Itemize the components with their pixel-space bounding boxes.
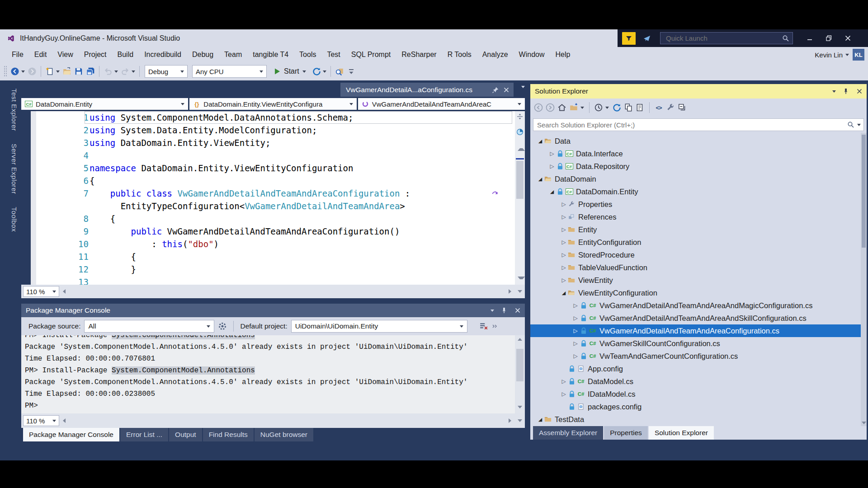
search-icon[interactable]	[847, 121, 854, 128]
code-line[interactable]: 2using System.Data.Entity.ModelConfigura…	[21, 124, 514, 136]
tree-collapsed-icon[interactable]: ▷	[560, 252, 567, 258]
show-all-files-button[interactable]	[568, 101, 579, 114]
tree-item-packages-config[interactable]: packages.config	[530, 400, 861, 413]
close-icon[interactable]	[514, 307, 521, 314]
menu-resharper[interactable]: ReSharper	[396, 47, 442, 62]
tree-item-datadomain-entity[interactable]: ◢C#DataDomain.Entity	[530, 185, 861, 198]
avatar[interactable]: KL	[853, 49, 864, 61]
tree-item-app-config[interactable]: App.config	[530, 362, 861, 375]
menu-view[interactable]: View	[52, 47, 78, 62]
clear-console-button[interactable]	[478, 320, 489, 333]
tree-item-entity[interactable]: ▷Entity	[530, 223, 861, 236]
se-refresh-button[interactable]	[611, 101, 622, 114]
left-tab-test-explorer[interactable]: Test Explorer	[0, 84, 18, 136]
scrollbar-thumb[interactable]	[516, 349, 524, 381]
solution-search-box[interactable]	[533, 118, 864, 131]
vscroll-corner-down[interactable]	[515, 415, 525, 426]
scroll-up-icon[interactable]	[518, 148, 525, 151]
hscroll-left-button[interactable]	[59, 415, 69, 426]
tree-vertical-scrollbar[interactable]	[861, 133, 867, 426]
code-line[interactable]: 10 : this("dbo")	[21, 238, 514, 250]
code-line[interactable]: 12 }	[21, 263, 514, 276]
panel-tab-package-manager-console[interactable]: Package Manager Console	[23, 428, 119, 441]
pmc-toolbar-overflow[interactable]	[489, 320, 500, 333]
wrench-button[interactable]	[665, 101, 676, 114]
tree-collapsed-icon[interactable]: ▷	[560, 277, 567, 283]
open-file-button[interactable]	[61, 65, 73, 78]
panel-tab-properties[interactable]: Properties	[604, 426, 648, 440]
resharper-marker-icon[interactable]	[491, 189, 499, 197]
code-editor[interactable]: 1using System.ComponentModel.DataAnnotat…	[21, 111, 525, 285]
hscroll-right-button[interactable]	[505, 415, 515, 426]
chevron-down-icon[interactable]	[323, 70, 326, 73]
save-button[interactable]	[73, 65, 85, 78]
tree-item-vwgamerskillcountconfiguration-cs[interactable]: ▷C#VwGamerSkillCountConfiguration.cs	[530, 337, 861, 350]
tree-collapsed-icon[interactable]: ▷	[560, 214, 567, 220]
scroll-up-icon[interactable]	[518, 338, 522, 341]
window-position-chevron-icon[interactable]	[832, 90, 836, 93]
panel-tab-nuget-browser[interactable]: NuGet browser	[255, 428, 313, 441]
filter-button[interactable]	[622, 32, 636, 45]
view-code-button[interactable]: <>	[653, 101, 664, 114]
tree-collapsed-icon[interactable]: ▷	[560, 378, 567, 385]
chevron-down-icon[interactable]	[56, 70, 60, 73]
splitter-handle-icon[interactable]	[516, 113, 524, 120]
scrollbar-thumb[interactable]	[862, 135, 866, 248]
menu-window[interactable]: Window	[514, 47, 550, 62]
tree-collapsed-icon[interactable]: ▷	[572, 302, 579, 309]
tree-expanded-icon[interactable]: ◢	[548, 189, 556, 195]
tree-item-data[interactable]: ◢Data	[530, 135, 861, 147]
code-line[interactable]: 6{	[21, 174, 514, 187]
chevron-down-icon[interactable]	[132, 70, 135, 73]
default-project-select[interactable]: UiDomain\UiDomain.Entity	[291, 320, 467, 333]
console-zoom-select[interactable]: 110 %	[23, 415, 59, 426]
left-tab-server-explorer[interactable]: Server Explorer	[0, 139, 18, 199]
tree-collapsed-icon[interactable]: ▷	[560, 226, 567, 233]
code-line[interactable]: EntityTypeConfiguration<VwGamerAndDetail…	[21, 200, 514, 212]
close-icon[interactable]	[856, 88, 863, 95]
menu-analyze[interactable]: Analyze	[477, 47, 514, 62]
menu-test[interactable]: Test	[321, 47, 345, 62]
package-source-settings-button[interactable]	[217, 320, 228, 333]
nav-forward-button[interactable]	[26, 65, 38, 78]
scroll-down-icon[interactable]	[518, 277, 525, 279]
scrollbar-thumb[interactable]	[516, 161, 524, 199]
code-line[interactable]: 1using System.ComponentModel.DataAnnotat…	[21, 111, 514, 124]
undo-button[interactable]	[102, 65, 114, 78]
code-line[interactable]: 7 public class VwGamerAndDetailAndTeamAn…	[21, 187, 514, 200]
tree-collapsed-icon[interactable]: ▷	[572, 340, 579, 347]
code-line[interactable]: 9 public VwGamerAndDetailAndTeamAndAreaC…	[21, 225, 514, 238]
left-tab-toolbox[interactable]: Toolbox	[0, 202, 18, 236]
pin-icon[interactable]	[492, 86, 499, 94]
tree-item-data-interface[interactable]: ▷C#Data.Interface	[530, 147, 861, 160]
console-vertical-scrollbar[interactable]	[515, 335, 525, 413]
package-source-select[interactable]: All	[84, 320, 214, 333]
tree-item-viewentityconfiguration[interactable]: ◢ViewEntityConfiguration	[530, 286, 861, 299]
menu-tangible-t4[interactable]: tangible T4	[247, 47, 294, 62]
tree-item-viewentity[interactable]: ▷ViewEntity	[530, 274, 861, 286]
tree-item-vwteamandgamercountconfiguration-cs[interactable]: ▷C#VwTeamAndGamerCountConfiguration.cs	[530, 350, 861, 362]
start-debug-button[interactable]: Start	[269, 65, 311, 78]
platform-configuration-select[interactable]: Any CPU	[192, 65, 267, 78]
restore-button[interactable]	[819, 32, 838, 45]
tree-expanded-icon[interactable]: ◢	[537, 417, 544, 422]
chevron-down-icon[interactable]	[114, 70, 118, 73]
menu-tools[interactable]: Tools	[294, 47, 321, 62]
scroll-down-icon[interactable]	[518, 406, 522, 408]
tab-list-chevron-icon[interactable]	[521, 86, 525, 88]
tree-collapsed-icon[interactable]: ▷	[572, 315, 579, 321]
menu-team[interactable]: Team	[219, 47, 247, 62]
tree-expanded-icon[interactable]: ◢	[560, 290, 567, 296]
code-line[interactable]: 5namespace DataDomain.Entity.ViewEntityC…	[21, 162, 514, 174]
feedback-button[interactable]	[640, 32, 654, 45]
tree-collapsed-icon[interactable]: ▷	[560, 239, 567, 245]
nav-back-button[interactable]	[9, 65, 21, 78]
chevron-down-icon[interactable]	[580, 107, 584, 109]
tree-item-storedprocedure[interactable]: ▷StoredProcedure	[530, 249, 861, 261]
tree-item-properties[interactable]: ▷Properties	[530, 198, 861, 211]
se-forward-button[interactable]	[545, 101, 556, 114]
console-output[interactable]: PM> Install-Package System.ComponentMode…	[21, 335, 525, 413]
menu-debug[interactable]: Debug	[187, 47, 219, 62]
hscroll-right-button[interactable]	[505, 286, 515, 297]
pin-icon[interactable]	[500, 307, 508, 314]
